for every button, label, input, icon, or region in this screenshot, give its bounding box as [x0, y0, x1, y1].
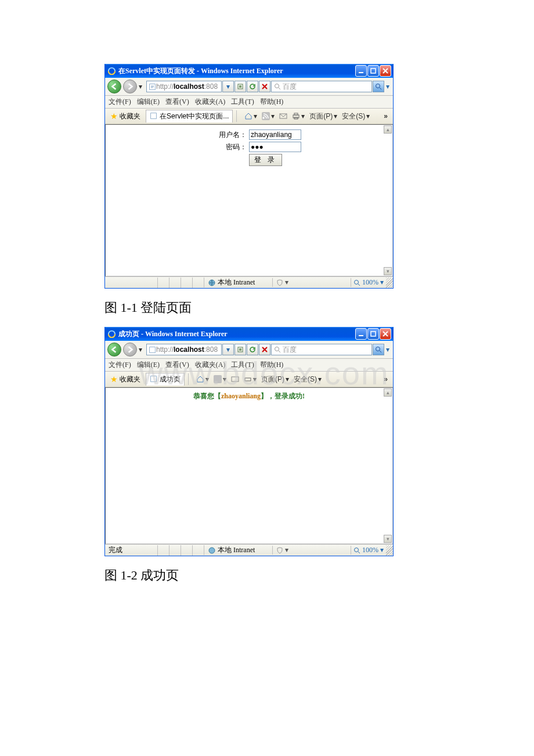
browser-tab[interactable]: 在Servlet中实现页面... [146, 110, 233, 123]
refresh-button[interactable] [247, 344, 258, 355]
page-icon [149, 346, 156, 354]
url-scheme: http:// [156, 82, 174, 91]
login-button[interactable]: 登 录 [249, 154, 282, 166]
login-form: 用户名： 密码： 登 录 [106, 125, 392, 166]
search-go-button[interactable] [373, 81, 384, 92]
mail-button[interactable] [277, 112, 289, 120]
tab-title: 在Servlet中实现页面... [160, 111, 229, 121]
security-zone[interactable]: 本地 Intranet [204, 278, 272, 287]
back-button[interactable] [107, 343, 121, 357]
search-icon [274, 346, 281, 353]
nav-history-dropdown[interactable]: ▾ [139, 82, 145, 91]
protected-mode[interactable]: ▾ [272, 546, 292, 555]
url-input[interactable]: http://localhost:808 [146, 344, 222, 355]
menu-help[interactable]: 帮助(H) [260, 360, 284, 370]
svg-line-34 [279, 351, 280, 352]
menu-edit[interactable]: 编辑(E) [137, 97, 160, 107]
svg-point-12 [376, 84, 380, 88]
menu-view[interactable]: 查看(V) [165, 360, 189, 370]
menu-tools[interactable]: 工具(T) [231, 97, 254, 107]
stop-button[interactable] [259, 81, 270, 92]
menu-help[interactable]: 帮助(H) [260, 97, 284, 107]
page-menu[interactable]: 页面(P)▾ [308, 111, 339, 121]
scroll-down-button[interactable]: ▾ [384, 267, 392, 275]
close-button[interactable] [380, 328, 391, 340]
svg-rect-7 [239, 85, 241, 88]
svg-rect-39 [232, 377, 239, 381]
shield-icon [276, 547, 283, 554]
url-host: localhost [174, 345, 204, 354]
home-button[interactable]: ▾ [243, 112, 259, 120]
refresh-button[interactable] [247, 81, 258, 92]
menu-favorites[interactable]: 收藏夹(A) [195, 360, 226, 370]
safety-menu[interactable]: 安全(S)▾ [292, 375, 323, 384]
status-bar: 本地 Intranet ▾ 100% ▾ [105, 276, 393, 288]
maximize-button[interactable] [367, 65, 379, 77]
search-go-button[interactable] [373, 344, 384, 355]
page-menu[interactable]: 页面(P)▾ [259, 375, 291, 384]
close-button[interactable] [380, 65, 391, 77]
print-button[interactable]: ▾ [242, 375, 258, 383]
nav-history-dropdown[interactable]: ▾ [139, 345, 145, 354]
username-input[interactable] [249, 129, 301, 140]
scroll-up-button[interactable]: ▴ [384, 125, 392, 134]
favorites-button[interactable]: ★ 收藏夹 [107, 375, 144, 384]
resize-grip[interactable] [386, 278, 393, 288]
browser-tab[interactable]: 成功页 [146, 373, 185, 386]
back-button[interactable] [107, 80, 121, 93]
stop-button[interactable] [259, 344, 270, 355]
url-dropdown-button[interactable]: ▾ [222, 344, 234, 355]
menu-edit[interactable]: 编辑(E) [137, 360, 160, 370]
feeds-button[interactable]: ▾ [212, 375, 228, 383]
password-input[interactable] [249, 142, 301, 152]
forward-button[interactable] [123, 80, 137, 93]
compat-view-button[interactable] [234, 81, 246, 92]
url-dropdown-button[interactable]: ▾ [222, 81, 234, 92]
search-dropdown[interactable]: ▾ [385, 345, 391, 354]
maximize-button[interactable] [367, 328, 379, 340]
titlebar[interactable]: 在Servlet中实现页面转发 - Windows Internet Explo… [105, 64, 393, 78]
figure-caption-2: 图 1-2 成功页 [104, 567, 534, 584]
home-button[interactable]: ▾ [194, 375, 211, 383]
figure-caption-1: 图 1-1 登陆页面 [104, 299, 534, 316]
svg-rect-18 [294, 113, 298, 115]
print-button[interactable]: ▾ [290, 112, 306, 120]
search-input[interactable]: 百度 [271, 81, 372, 92]
minimize-button[interactable] [355, 328, 367, 340]
svg-point-35 [376, 347, 380, 351]
compat-view-button[interactable] [234, 344, 246, 355]
mail-button[interactable] [229, 375, 241, 383]
overflow-button[interactable]: » [380, 112, 391, 120]
zoom-control[interactable]: 100% ▾ [351, 278, 386, 287]
menu-bar[interactable]: 文件(F) 编辑(E) 查看(V) 收藏夹(A) 工具(T) 帮助(H) [105, 96, 393, 109]
menu-tools[interactable]: 工具(T) [231, 360, 254, 370]
menu-file[interactable]: 文件(F) [109, 360, 131, 370]
search-input[interactable]: 百度 [271, 344, 372, 355]
rss-icon [214, 375, 222, 383]
favorites-bar: ★ 收藏夹 成功页 ▾ ▾ ▾ 页面(P)▾ 安全(S)▾ » [105, 372, 393, 387]
home-icon [196, 375, 204, 383]
forward-button[interactable] [123, 343, 137, 357]
overflow-button[interactable]: » [380, 375, 391, 383]
star-icon: ★ [110, 111, 118, 121]
protected-mode[interactable]: ▾ [272, 278, 292, 287]
menu-bar[interactable]: 文件(F) 编辑(E) 查看(V) 收藏夹(A) 工具(T) 帮助(H) [105, 359, 393, 372]
menu-view[interactable]: 查看(V) [165, 97, 189, 107]
favorites-button[interactable]: ★ 收藏夹 [107, 111, 144, 121]
resize-grip[interactable] [386, 545, 393, 556]
security-zone[interactable]: 本地 Intranet [204, 545, 272, 555]
titlebar[interactable]: 成功页 - Windows Internet Explorer [105, 327, 393, 341]
url-input[interactable]: http://localhost:808 [146, 81, 222, 92]
search-dropdown[interactable]: ▾ [385, 82, 391, 91]
minimize-button[interactable] [355, 65, 367, 77]
menu-file[interactable]: 文件(F) [109, 97, 131, 107]
zoom-control[interactable]: 100% ▾ [351, 546, 386, 555]
scroll-down-button[interactable]: ▾ [384, 535, 392, 543]
menu-favorites[interactable]: 收藏夹(A) [195, 97, 226, 107]
window-controls [355, 328, 391, 340]
scroll-up-button[interactable]: ▴ [384, 388, 392, 397]
url-host: localhost [174, 82, 204, 91]
safety-menu[interactable]: 安全(S)▾ [340, 111, 371, 121]
feeds-button[interactable]: ▾ [260, 112, 276, 120]
ie-logo-icon [107, 67, 116, 75]
